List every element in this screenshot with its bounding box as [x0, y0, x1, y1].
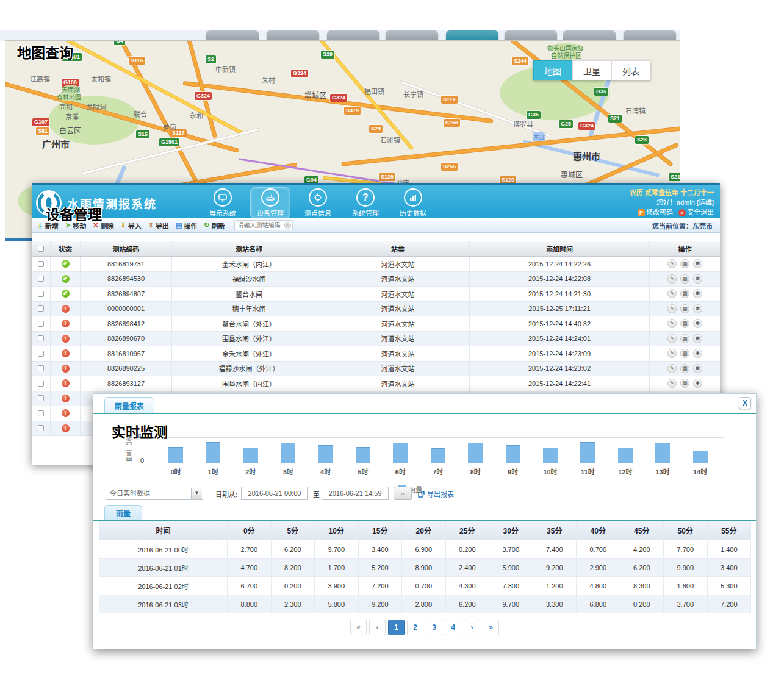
- page-button[interactable]: »: [483, 620, 499, 635]
- x-tick-label: 9时: [500, 466, 527, 476]
- settings-gear-icon[interactable]: ✱: [693, 274, 702, 284]
- row-checkbox[interactable]: [38, 335, 44, 341]
- dataset-select[interactable]: 今日实时数据 ▼: [106, 487, 203, 500]
- rainfall-value: 4.300: [446, 577, 490, 595]
- plus-icon: ＋: [37, 221, 43, 230]
- settings-gear-icon[interactable]: ✱: [693, 289, 702, 298]
- rainfall-bar: [618, 448, 633, 463]
- delete-icon[interactable]: ▦: [680, 259, 689, 268]
- delete-icon[interactable]: ▦: [680, 319, 689, 328]
- map-place-label: 中新镇: [215, 64, 236, 74]
- page-button[interactable]: 2: [407, 620, 423, 635]
- delete-icon[interactable]: ▦: [680, 274, 689, 284]
- row-checkbox[interactable]: [38, 261, 44, 267]
- rainfall-bar: [206, 442, 220, 463]
- delete-icon[interactable]: ▦: [680, 334, 689, 343]
- refresh-button[interactable]: ↻刷新: [204, 221, 225, 230]
- export-button[interactable]: ⇧导出: [148, 221, 169, 230]
- delete-icon[interactable]: ▦: [680, 304, 689, 313]
- edit-icon[interactable]: ✎: [667, 349, 677, 358]
- user-info-box: 农历 贰零壹伍年 十二月十一 您好！admin [运维] P修改密码 ×安全退出: [630, 188, 714, 217]
- edit-icon[interactable]: ✎: [667, 274, 677, 284]
- map-place-label: 惠城区: [561, 169, 583, 179]
- edit-icon[interactable]: ✎: [667, 364, 677, 373]
- background-tab: [267, 30, 319, 40]
- select-all-checkbox[interactable]: [38, 246, 44, 252]
- settings-gear-icon[interactable]: ✱: [693, 379, 702, 388]
- operate-button[interactable]: ▤操作: [176, 221, 197, 230]
- settings-gear-icon[interactable]: ✱: [693, 259, 702, 268]
- delete-icon[interactable]: ▦: [680, 289, 689, 298]
- station-type: 河道水文站: [326, 332, 470, 346]
- delete-icon[interactable]: ▦: [680, 349, 689, 358]
- settings-gear-icon[interactable]: ✱: [693, 319, 702, 328]
- map-place-label: 森林公园: [57, 92, 81, 101]
- date-from-input[interactable]: [241, 487, 308, 500]
- road-badge: S29: [321, 51, 334, 59]
- nav-item-device-management[interactable]: 设备管理: [250, 187, 290, 219]
- row-checkbox[interactable]: [38, 305, 44, 312]
- delete-icon[interactable]: ▦: [680, 379, 689, 388]
- rainfall-bar: [356, 447, 370, 463]
- settings-gear-icon[interactable]: ✱: [693, 304, 702, 313]
- import-button[interactable]: ⇩导入: [120, 221, 141, 230]
- edit-icon[interactable]: ✎: [667, 334, 677, 343]
- page-button[interactable]: «: [350, 620, 367, 635]
- row-checkbox[interactable]: [38, 381, 44, 387]
- station-table-row: !8816810967金禾水闸（外江）河道水文站2015-12-24 14:23…: [32, 346, 720, 362]
- row-checkbox[interactable]: [38, 395, 44, 401]
- rainfall-value: 3.300: [533, 595, 577, 613]
- y-tick-0: 0: [140, 457, 144, 464]
- row-checkbox[interactable]: [38, 365, 44, 371]
- row-checkbox[interactable]: [38, 321, 44, 327]
- column-header: 40分: [577, 521, 620, 540]
- rainfall-value: 3.700: [664, 595, 708, 613]
- export-report-link[interactable]: 导出报表: [418, 489, 454, 499]
- settings-gear-icon[interactable]: ✱: [693, 349, 702, 358]
- delete-icon[interactable]: ▦: [680, 364, 689, 373]
- refresh-icon: ↻: [204, 221, 209, 229]
- background-tab: [386, 30, 438, 40]
- rainfall-value: 2.900: [577, 559, 620, 576]
- change-password-link[interactable]: 修改密码: [646, 209, 673, 216]
- query-button[interactable]: ⌕: [394, 487, 412, 500]
- row-checkbox[interactable]: [38, 410, 44, 416]
- rainfall-value: 2.300: [272, 595, 315, 613]
- row-checkbox[interactable]: [38, 351, 44, 357]
- logout-link[interactable]: 安全退出: [687, 209, 714, 216]
- row-checkbox[interactable]: [38, 425, 44, 431]
- tab-rainfall-report[interactable]: 雨量报表: [104, 397, 154, 414]
- nav-item-history-data[interactable]: 历史数据: [393, 187, 433, 219]
- nav-item-display-system[interactable]: 展示系统: [203, 187, 243, 219]
- rainfall-value: 9.900: [664, 559, 708, 576]
- column-header: 30分: [489, 521, 533, 540]
- column-header: 5分: [272, 521, 315, 540]
- row-checkbox[interactable]: [38, 276, 44, 282]
- date-to-input[interactable]: [322, 487, 389, 500]
- page-button[interactable]: ›: [464, 620, 480, 635]
- settings-gear-icon[interactable]: ✱: [693, 364, 702, 373]
- search-icon[interactable]: ⌕: [284, 222, 291, 229]
- station-name: 围垦水闸（内江）: [172, 376, 326, 391]
- tab-rainfall[interactable]: 雨量: [104, 505, 142, 521]
- page-button[interactable]: 4: [445, 620, 461, 635]
- page-button[interactable]: 3: [426, 620, 442, 635]
- edit-icon[interactable]: ✎: [667, 379, 677, 388]
- nav-item-station-info[interactable]: 测点信息: [298, 187, 338, 219]
- edit-icon[interactable]: ✎: [667, 304, 677, 313]
- page-button[interactable]: ‹: [369, 620, 386, 635]
- target-icon: [309, 188, 327, 207]
- nav-item-system-management[interactable]: ? 系统管理: [345, 187, 386, 219]
- map-view-button[interactable]: 地图: [533, 60, 572, 80]
- station-type: 河道水文站: [326, 316, 470, 331]
- list-view-button[interactable]: 列表: [611, 60, 650, 80]
- satellite-view-button[interactable]: 卫星: [572, 60, 611, 80]
- row-checkbox[interactable]: [38, 291, 44, 297]
- edit-icon[interactable]: ✎: [667, 259, 677, 268]
- page-button[interactable]: 1: [388, 620, 405, 635]
- edit-icon[interactable]: ✎: [667, 319, 677, 328]
- edit-icon[interactable]: ✎: [667, 289, 677, 298]
- settings-gear-icon[interactable]: ✱: [693, 334, 702, 343]
- close-button[interactable]: X: [739, 397, 751, 409]
- current-location-label: 您当前位置：东莞市: [652, 221, 713, 230]
